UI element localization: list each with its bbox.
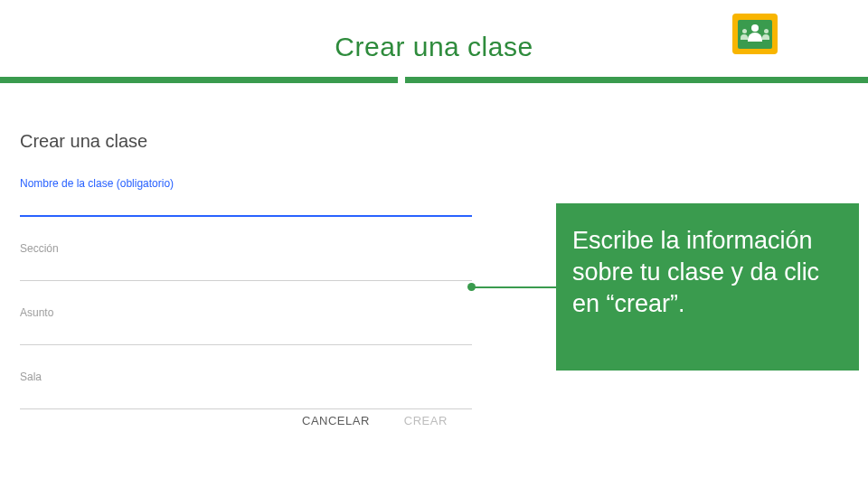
- create-class-form: Crear una clase Nombre de la clase (obli…: [20, 131, 472, 435]
- subject-label: Asunto: [20, 306, 472, 319]
- class-name-field: Nombre de la clase (obligatorio): [20, 177, 472, 217]
- cancel-button[interactable]: CANCELAR: [298, 407, 373, 435]
- google-classroom-icon: [732, 14, 778, 54]
- section-input[interactable]: [20, 258, 472, 281]
- callout-box: Escribe la información sobre tu clase y …: [556, 203, 859, 371]
- title-underline-gap: [398, 77, 405, 83]
- room-label: Sala: [20, 371, 472, 383]
- title-underline: [0, 77, 868, 83]
- room-field: Sala: [20, 371, 472, 409]
- section-label: Sección: [20, 242, 472, 255]
- callout-connector-dot: [467, 283, 476, 291]
- create-button[interactable]: CREAR: [401, 407, 451, 435]
- class-name-label: Nombre de la clase (obligatorio): [20, 177, 472, 190]
- subject-input[interactable]: [20, 323, 472, 345]
- form-buttons-row: CANCELAR CREAR: [298, 407, 451, 435]
- form-title: Crear una clase: [20, 131, 472, 152]
- callout-text: Escribe la información sobre tu clase y …: [572, 225, 843, 320]
- class-name-input[interactable]: [20, 193, 472, 217]
- callout-connector-line: [471, 286, 557, 288]
- subject-field: Asunto: [20, 306, 472, 345]
- section-field: Sección: [20, 242, 472, 281]
